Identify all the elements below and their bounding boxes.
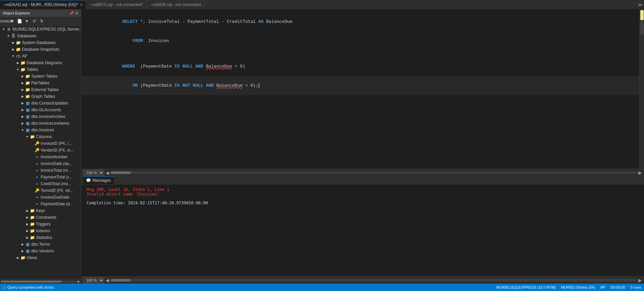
keys-icon: 📁 (30, 208, 35, 213)
tree-node-dbo-gl[interactable]: ▶ ▦ dbo.GLAccounts (0, 107, 81, 113)
tree-node-col-vendorid[interactable]: ▶ 🔑 VendorID (FK, in... (0, 147, 81, 154)
col-invoiceid-icon: 🔑 (34, 141, 40, 146)
tab-1-close[interactable]: ✕ (80, 3, 83, 7)
results-zoom-bar: 100 % 75 % 150 % ◀ ▶ (81, 276, 644, 284)
tree-node-system-tables[interactable]: ▶ 📁 System Tables (0, 73, 81, 80)
tree-node-views[interactable]: ▶ 📁 Views (0, 254, 81, 261)
expand-columns-icon: ▼ (25, 134, 30, 139)
results-scroll-right-btn[interactable]: ▶ (638, 278, 642, 283)
tree-node-ap[interactable]: ▼ 🗃 AP (0, 53, 81, 59)
tree-node-col-paymenttotal[interactable]: ▶ ▪ PaymentTotal (r... (0, 174, 81, 180)
expand-keys-icon: ▶ (25, 208, 30, 213)
tree-node-dbo-inv-archive[interactable]: ▶ ▦ dbo.InvoiceArchive (0, 113, 81, 120)
status-warning: ⚠ Query completed with errors. (3, 285, 55, 290)
sidebar-scroll-right-icon[interactable]: ▶ (78, 280, 80, 283)
result-message-1: Msg 208, Level 16, State 1, Line 1 (87, 187, 639, 192)
status-bar-right: MURIEL\SQLEXPRESS (15.0 RTM) MURIEL\Shir… (496, 285, 641, 289)
object-explorer-tree: ▼ 🖥 MURIEL\SQLEXPRESS (SQL Server... ▼ 🗄… (0, 26, 81, 279)
sql-line-2-content: FROM Invoices (85, 31, 637, 50)
editor-scrollbar-v[interactable] (639, 9, 644, 169)
views-label: Views (27, 255, 37, 260)
expand-databases-icon: ▼ (6, 34, 11, 38)
new-query-button[interactable]: 📄 (16, 18, 23, 25)
tree-node-file-tables[interactable]: ▶ 📁 FileTables (0, 80, 81, 86)
col-paymentdate-label: PaymentDate (d... (41, 202, 73, 206)
status-bar: ⚠ Query completed with errors. MURIEL\SQ… (0, 284, 644, 291)
tree-node-dbo-inv-line[interactable]: ▶ ▦ dbo.InvoiceLineItems (0, 120, 81, 127)
editor-scrollbar-h-thumb[interactable] (111, 171, 131, 174)
sidebar-pin-icon[interactable]: 📌 (69, 11, 74, 15)
tree-node-col-invdate[interactable]: ▶ ▪ InvoiceDate (da... (0, 160, 81, 167)
status-rows: 0 rows (631, 285, 641, 289)
collapse-button[interactable]: ⇅ (38, 18, 45, 25)
file-tables-label: FileTables (31, 81, 49, 85)
tab-3[interactable]: ~vsB83F.sql - not connected (147, 0, 205, 9)
sidebar-close-icon[interactable]: ✕ (75, 11, 78, 15)
editor-scroll-right-btn[interactable]: ▶ (638, 170, 642, 175)
results-panel: 💬 Messages Msg 208, Level 16, State 1, L… (81, 176, 644, 284)
dbo-vendors-label: dbo.Vendors (31, 249, 54, 253)
tree-node-col-paymentdate[interactable]: ▶ ▪ PaymentDate (d... (0, 201, 81, 207)
results-scrollbar-h[interactable] (111, 279, 637, 282)
tree-node-graph-tables[interactable]: ▶ 📁 Graph Tables (0, 93, 81, 100)
tab-scroll-right-icon[interactable]: ≫ (638, 2, 643, 7)
tab-messages[interactable]: 💬 Messages (83, 176, 115, 184)
editor-zoom-select[interactable]: 100 % 75 % 150 % (83, 170, 104, 176)
connect-button[interactable]: Connect ▾ (1, 18, 8, 25)
results-tabs: 💬 Messages (81, 176, 644, 184)
tree-node-triggers[interactable]: ▶ 📁 Triggers (0, 221, 81, 227)
tree-node-external-tables[interactable]: ▶ 📁 External Tables (0, 86, 81, 93)
tree-node-dbo-contact[interactable]: ▶ ▦ dbo.ContactUpdates (0, 100, 81, 107)
tab-2[interactable]: ~vsB6C5.sql - not connected* (86, 0, 146, 9)
tree-node-col-credittotal[interactable]: ▶ ▪ CreditTotal (mo... (0, 180, 81, 187)
tree-node-constraints[interactable]: ▶ 📁 Constraints (0, 214, 81, 221)
tree-node-indexes[interactable]: ▶ 📁 Indexes (0, 227, 81, 234)
tab-1[interactable]: ~vsDAAD.sql - MURI...RIEL\Shirley (54))*… (0, 0, 86, 9)
tree-node-databases[interactable]: ▼ 🗄 Databases (0, 33, 81, 39)
tab-2-label: ~vsB6C5.sql - not connected* (90, 2, 143, 7)
tree-node-col-termsid[interactable]: ▶ 🔑 TermsID (FK, int... (0, 187, 81, 194)
status-warning-text: Query completed with errors. (7, 285, 55, 289)
refresh-button[interactable]: ↺ (31, 18, 38, 25)
filter-button[interactable]: ▼ (24, 18, 30, 25)
editor-scroll-left-btn[interactable]: ◀ (105, 170, 109, 175)
expand-dbo-inv-archive-icon: ▶ (20, 114, 25, 119)
dbo-terms-label: dbo.Terms (31, 242, 50, 247)
editor-scrollbar-h[interactable] (111, 171, 637, 174)
tree-node-server[interactable]: ▼ 🖥 MURIEL\SQLEXPRESS (SQL Server... (0, 26, 81, 33)
sidebar-scrollbar-thumb[interactable] (1, 281, 62, 283)
tree-node-col-invnumber[interactable]: ▶ ▪ InvoiceNumber (0, 154, 81, 160)
tree-node-system-dbs[interactable]: ▶ 📁 System Databases (0, 39, 81, 46)
results-scroll-left-btn[interactable]: ◀ (105, 278, 109, 283)
results-scrollbar-h-thumb[interactable] (111, 279, 131, 282)
columns-icon: 📁 (30, 134, 35, 139)
triggers-label: Triggers (36, 222, 51, 226)
tree-node-statistics[interactable]: ▶ 📁 Statistics (0, 234, 81, 241)
tree-node-tables[interactable]: ▼ 📁 Tables (0, 66, 81, 73)
editor-scrollbar-thumb[interactable] (640, 22, 644, 35)
tree-node-col-invoiceid[interactable]: ▶ 🔑 InvoiceID (PK, i... (0, 140, 81, 147)
tree-node-dbo-vendors[interactable]: ▶ ▦ dbo.Vendors (0, 248, 81, 254)
expand-dbo-vendors-icon: ▶ (20, 249, 25, 253)
object-explorer-panel: Object Explorer 📌 ✕ Connect ▾ ✖ 📄 ▼ ↺ ⇅ (0, 9, 81, 284)
tree-node-col-invduedate[interactable]: ▶ ▪ InvoiceDueDate (0, 194, 81, 201)
tree-node-col-invtotal[interactable]: ▶ ▪ InvoiceTotal (m... (0, 167, 81, 174)
expand-external-tables-icon: ▶ (20, 87, 25, 92)
content-area: SELECT *, InvoiceTotal - PaymentTotal - … (81, 9, 644, 284)
sidebar-scrollbar-track[interactable] (1, 281, 77, 283)
indexes-label: Indexes (36, 228, 50, 233)
tree-node-db-snapshots[interactable]: ▶ 📁 Database Snapshots (0, 46, 81, 53)
system-dbs-icon: 📁 (15, 40, 21, 45)
tree-node-dbo-terms[interactable]: ▶ ▦ dbo.Terms (0, 241, 81, 248)
tree-node-db-diagrams[interactable]: ▶ 📁 Database Diagrams (0, 59, 81, 66)
sql-editor[interactable]: SELECT *, InvoiceTotal - PaymentTotal - … (81, 9, 639, 169)
expand-dbo-terms-icon: ▶ (20, 242, 25, 247)
tree-node-keys[interactable]: ▶ 📁 Keys (0, 207, 81, 214)
tree-node-dbo-invoices[interactable]: ▼ ▦ dbo.Invoices (0, 127, 81, 133)
disconnect-button[interactable]: ✖ (9, 18, 15, 25)
expand-server-icon: ▼ (1, 27, 6, 32)
tree-node-columns[interactable]: ▼ 📁 Columns (0, 133, 81, 140)
expand-system-dbs-icon: ▶ (11, 40, 15, 45)
results-zoom-select[interactable]: 100 % 75 % 150 % (83, 277, 104, 283)
constraints-label: Constraints (36, 215, 56, 220)
